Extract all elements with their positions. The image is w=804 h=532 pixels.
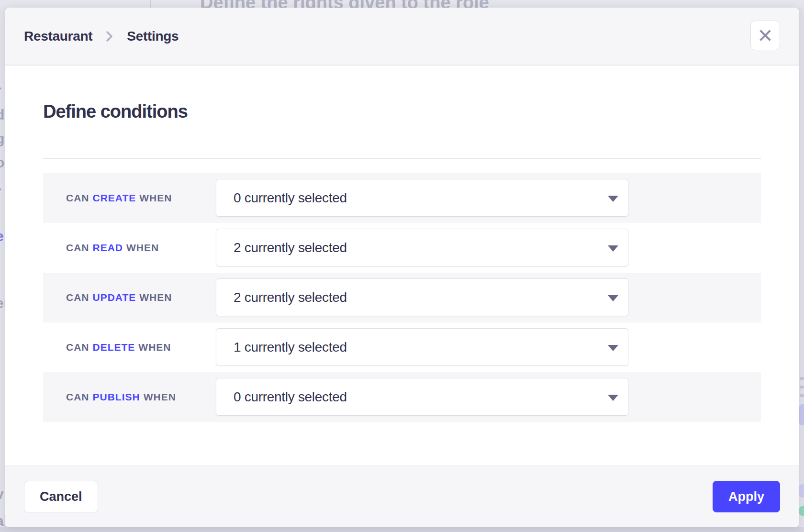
label-action: PUBLISH bbox=[93, 391, 140, 403]
modal-header: Restaurant Settings bbox=[5, 8, 799, 66]
label-suffix: WHEN bbox=[144, 391, 176, 403]
caret-down-icon bbox=[608, 395, 618, 401]
background-line-fragment bbox=[800, 386, 804, 388]
breadcrumb: Restaurant Settings bbox=[24, 29, 179, 44]
condition-label: CAN DELETE WHEN bbox=[66, 322, 171, 372]
label-suffix: WHEN bbox=[139, 192, 172, 204]
background-text-fragment: er bbox=[0, 295, 5, 311]
page-title: Define conditions bbox=[43, 101, 188, 122]
background-text-fragment: v bbox=[0, 486, 4, 502]
caret-down-icon bbox=[608, 245, 618, 252]
cancel-button[interactable]: Cancel bbox=[24, 481, 98, 512]
condition-label: CAN CREATE WHEN bbox=[66, 173, 172, 223]
condition-row-delete: CAN DELETE WHEN 1 currently selected bbox=[43, 322, 761, 372]
background-text-fragment: d bbox=[0, 107, 4, 123]
background-check-fragment bbox=[799, 506, 804, 516]
title-divider bbox=[43, 158, 761, 159]
condition-row-create: CAN CREATE WHEN 0 currently selected bbox=[43, 173, 761, 223]
create-conditions-select[interactable]: 0 currently selected bbox=[216, 179, 628, 217]
label-prefix: CAN bbox=[66, 292, 89, 303]
background-divider bbox=[150, 0, 151, 8]
caret-down-icon bbox=[608, 196, 618, 202]
background-button-fragment bbox=[799, 484, 804, 498]
condition-label: CAN PUBLISH WHEN bbox=[66, 372, 176, 422]
select-value: 2 currently selected bbox=[216, 240, 347, 255]
background-line-fragment bbox=[800, 394, 804, 397]
modal-footer: Cancel Apply bbox=[5, 466, 799, 527]
label-prefix: CAN bbox=[66, 391, 89, 403]
conditions-list: CAN CREATE WHEN 0 currently selected CAN… bbox=[43, 173, 761, 422]
label-prefix: CAN bbox=[66, 342, 89, 353]
close-icon bbox=[759, 29, 772, 42]
condition-label: CAN UPDATE WHEN bbox=[66, 273, 172, 322]
chevron-right-icon bbox=[106, 30, 113, 43]
label-suffix: WHEN bbox=[139, 292, 172, 303]
background-page-bottom bbox=[0, 527, 804, 532]
update-conditions-select[interactable]: 2 currently selected bbox=[216, 278, 628, 316]
label-prefix: CAN bbox=[66, 242, 89, 254]
close-button[interactable] bbox=[750, 21, 780, 50]
background-page-right-edge bbox=[799, 8, 804, 527]
label-action: DELETE bbox=[93, 342, 135, 353]
condition-row-read: CAN READ WHEN 2 currently selected bbox=[43, 223, 761, 273]
condition-label: CAN READ WHEN bbox=[66, 223, 159, 273]
background-page-heading: Define the rights given to the role bbox=[200, 0, 489, 8]
background-text-fragment: g bbox=[0, 131, 4, 147]
background-button-fragment bbox=[799, 404, 804, 425]
caret-down-icon bbox=[608, 295, 618, 301]
background-text-fragment: ai bbox=[0, 513, 5, 527]
breadcrumb-current: Settings bbox=[127, 29, 179, 44]
background-page-left-edge: r d g o r e er v ai bbox=[0, 8, 5, 527]
label-suffix: WHEN bbox=[138, 342, 171, 353]
caret-down-icon bbox=[608, 345, 618, 351]
select-value: 1 currently selected bbox=[216, 340, 347, 355]
apply-button[interactable]: Apply bbox=[713, 481, 780, 512]
condition-row-update: CAN UPDATE WHEN 2 currently selected bbox=[43, 273, 761, 322]
background-line-fragment bbox=[800, 377, 804, 380]
select-value: 0 currently selected bbox=[216, 389, 347, 405]
label-action: READ bbox=[93, 242, 123, 254]
background-page-top: Define the rights given to the role bbox=[0, 0, 804, 8]
select-value: 2 currently selected bbox=[216, 290, 347, 305]
background-link-fragment: e bbox=[0, 228, 4, 244]
publish-conditions-select[interactable]: 0 currently selected bbox=[216, 378, 628, 416]
label-action: CREATE bbox=[93, 192, 136, 204]
label-suffix: WHEN bbox=[126, 242, 159, 254]
read-conditions-select[interactable]: 2 currently selected bbox=[216, 229, 628, 266]
label-action: UPDATE bbox=[93, 292, 136, 303]
breadcrumb-root: Restaurant bbox=[24, 29, 92, 44]
condition-row-publish: CAN PUBLISH WHEN 0 currently selected bbox=[43, 372, 761, 422]
background-text-fragment: r bbox=[0, 183, 1, 200]
delete-conditions-select[interactable]: 1 currently selected bbox=[216, 328, 628, 366]
define-conditions-modal: Restaurant Settings Define conditions CA… bbox=[5, 8, 799, 527]
background-text-fragment: r bbox=[0, 82, 1, 99]
select-value: 0 currently selected bbox=[216, 190, 347, 206]
label-prefix: CAN bbox=[66, 192, 89, 204]
background-text-fragment: o bbox=[0, 155, 4, 171]
